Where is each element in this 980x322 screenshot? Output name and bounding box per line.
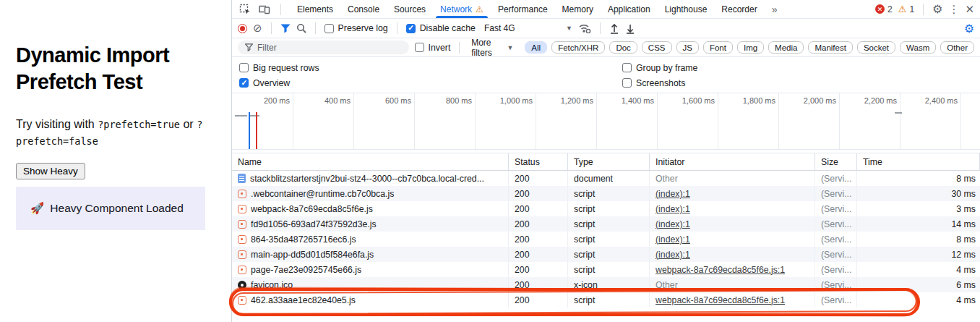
chip-doc[interactable]: Doc bbox=[609, 41, 637, 54]
warning-badge-icon[interactable]: ⚠ bbox=[898, 4, 907, 14]
cell-initiator[interactable]: (index):1 bbox=[650, 232, 815, 247]
cell-time[interactable]: 12 ms bbox=[857, 247, 980, 262]
settings-gear-icon[interactable]: ⚙ bbox=[932, 4, 942, 15]
column-header-size[interactable]: Size bbox=[815, 153, 857, 170]
initiator-link[interactable]: (index):1 bbox=[656, 204, 690, 214]
cell-status[interactable]: 200 bbox=[509, 262, 568, 277]
cell-size[interactable]: (Servi... bbox=[815, 277, 857, 292]
cell-status[interactable]: 200 bbox=[509, 292, 568, 308]
search-icon[interactable] bbox=[296, 23, 306, 33]
column-header-time[interactable]: Time bbox=[857, 153, 980, 170]
device-toolbar-icon[interactable] bbox=[258, 4, 270, 14]
chip-font[interactable]: Font bbox=[703, 41, 733, 54]
tab-sources[interactable]: Sources bbox=[387, 0, 433, 18]
table-row[interactable]: .webcontainer@runtime.cb7c0bca.js200scri… bbox=[232, 186, 980, 201]
cell-type[interactable]: script bbox=[568, 216, 650, 232]
network-overview-timeline[interactable]: 200 ms400 ms600 ms800 ms1,000 ms1,200 ms… bbox=[232, 93, 980, 150]
chip-wasm[interactable]: Wasm bbox=[900, 41, 936, 54]
import-har-icon[interactable] bbox=[609, 23, 619, 34]
cell-initiator[interactable]: (index):1 bbox=[650, 216, 815, 232]
cell-initiator[interactable]: Other bbox=[650, 277, 815, 292]
table-row[interactable]: fd9d1056-693ad74f37592d3e.js200script(in… bbox=[232, 216, 980, 232]
table-row[interactable]: page-7ae23e0925745e66.js200scriptwebpack… bbox=[232, 262, 980, 277]
cell-size[interactable]: (Servi... bbox=[815, 292, 857, 308]
cell-type[interactable]: x-icon bbox=[568, 277, 650, 292]
cell-time[interactable]: 14 ms bbox=[857, 216, 980, 232]
cell-status[interactable]: 200 bbox=[509, 216, 568, 232]
table-row[interactable]: main-app-dd5d01d5f584e6fa.js200script(in… bbox=[232, 247, 980, 262]
screenshots-checkbox[interactable]: Screenshots bbox=[622, 78, 973, 88]
cell-type[interactable]: script bbox=[568, 247, 650, 262]
chip-other[interactable]: Other bbox=[940, 41, 974, 54]
cell-size[interactable]: (Servi... bbox=[815, 262, 857, 277]
cell-name[interactable]: 462.a33aae1ec82e40e5.js bbox=[232, 292, 509, 308]
throttling-select[interactable]: Fast 4G ▼ bbox=[484, 23, 572, 33]
cell-time[interactable]: 3 ms bbox=[857, 201, 980, 216]
cell-name[interactable]: page-7ae23e0925745e66.js bbox=[232, 262, 509, 277]
initiator-link[interactable]: (index):1 bbox=[656, 234, 690, 245]
export-har-icon[interactable] bbox=[625, 23, 635, 34]
cell-initiator[interactable]: (index):1 bbox=[650, 186, 815, 201]
tab-network[interactable]: Network⚠ bbox=[433, 0, 491, 18]
table-row[interactable]: 864-35da487265716ec6.js200script(index):… bbox=[232, 232, 980, 247]
cell-time[interactable]: 30 ms bbox=[857, 186, 980, 201]
disable-cache-checkbox[interactable]: Disable cache bbox=[406, 23, 476, 33]
initiator-link[interactable]: webpack-8a7c69ecda8c5f6e.js:1 bbox=[656, 265, 785, 275]
initiator-link[interactable]: (index):1 bbox=[656, 189, 690, 199]
initiator-link[interactable]: (index):1 bbox=[656, 219, 690, 229]
cell-status[interactable]: 200 bbox=[509, 247, 568, 262]
tab-application[interactable]: Application bbox=[601, 0, 658, 18]
cell-initiator[interactable]: (index):1 bbox=[650, 247, 815, 262]
cell-size[interactable]: (Servi... bbox=[815, 171, 857, 186]
tab-lighthouse[interactable]: Lighthouse bbox=[658, 0, 715, 18]
cell-status[interactable]: 200 bbox=[509, 186, 568, 201]
cell-size[interactable]: (Servi... bbox=[815, 232, 857, 247]
inspect-element-icon[interactable] bbox=[239, 4, 251, 15]
overview-box[interactable] bbox=[239, 78, 249, 88]
column-header-initiator[interactable]: Initiator bbox=[650, 153, 815, 170]
record-network-log-button[interactable] bbox=[238, 24, 247, 33]
cell-type[interactable]: document bbox=[568, 171, 650, 186]
cell-time[interactable]: 4 ms bbox=[857, 262, 980, 277]
cell-initiator[interactable]: webpack-8a7c69ecda8c5f6e.js:1 bbox=[650, 292, 815, 308]
cell-name[interactable]: main-app-dd5d01d5f584e6fa.js bbox=[232, 247, 509, 262]
cell-initiator[interactable]: (index):1 bbox=[650, 201, 815, 216]
preserve-log-checkbox-box[interactable] bbox=[324, 24, 334, 33]
tab-recorder[interactable]: Recorder bbox=[714, 0, 764, 18]
cell-status[interactable]: 200 bbox=[509, 277, 568, 292]
cell-time[interactable]: 6 ms bbox=[857, 277, 980, 292]
cell-name[interactable]: webpack-8a7c69ecda8c5f6e.js bbox=[232, 201, 509, 216]
chip-media[interactable]: Media bbox=[768, 41, 804, 54]
big-request-rows-checkbox[interactable]: Big request rows bbox=[239, 63, 622, 73]
cell-name[interactable]: .webcontainer@runtime.cb7c0bca.js bbox=[232, 186, 509, 201]
table-row[interactable]: webpack-8a7c69ecda8c5f6e.js200script(ind… bbox=[232, 201, 980, 216]
cell-size[interactable]: (Servi... bbox=[815, 216, 857, 232]
table-row[interactable]: stackblitzstarterstjnv2bui-stz4--3000--c… bbox=[232, 171, 980, 186]
table-row[interactable]: favicon.ico200x-iconOther(Servi...6 ms bbox=[232, 277, 980, 292]
column-header-type[interactable]: Type bbox=[568, 153, 650, 170]
invert-checkbox-box[interactable] bbox=[415, 43, 424, 52]
more-menu-icon[interactable]: ⋮ bbox=[948, 4, 959, 14]
initiator-link[interactable]: webpack-8a7c69ecda8c5f6e.js:1 bbox=[656, 295, 785, 305]
chip-fetchxhr[interactable]: Fetch/XHR bbox=[551, 41, 605, 54]
cell-time[interactable]: 4 ms bbox=[857, 292, 980, 308]
cell-size[interactable]: (Servi... bbox=[815, 186, 857, 201]
network-conditions-icon[interactable] bbox=[578, 23, 591, 33]
invert-checkbox[interactable]: Invert bbox=[415, 43, 451, 53]
group-by-frame-box[interactable] bbox=[622, 63, 632, 72]
network-settings-gear-icon[interactable]: ⚙ bbox=[964, 22, 974, 35]
cell-size[interactable]: (Servi... bbox=[815, 201, 857, 216]
warning-count[interactable]: 1 bbox=[909, 4, 914, 14]
cell-type[interactable]: script bbox=[568, 201, 650, 216]
overview-checkbox[interactable]: Overview bbox=[239, 78, 622, 88]
filter-input[interactable]: Filter bbox=[238, 41, 409, 54]
cell-status[interactable]: 200 bbox=[509, 171, 568, 186]
preserve-log-checkbox[interactable]: Preserve log bbox=[324, 23, 388, 33]
clear-network-log-icon[interactable]: ⊘ bbox=[253, 22, 262, 35]
tab-elements[interactable]: Elements bbox=[290, 0, 340, 18]
cell-initiator[interactable]: Other bbox=[650, 171, 815, 186]
cell-name[interactable]: 864-35da487265716ec6.js bbox=[232, 232, 509, 247]
show-heavy-button[interactable]: Show Heavy bbox=[16, 163, 85, 179]
error-badge-icon[interactable]: ✕ bbox=[875, 4, 885, 14]
screenshots-box[interactable] bbox=[622, 78, 632, 88]
